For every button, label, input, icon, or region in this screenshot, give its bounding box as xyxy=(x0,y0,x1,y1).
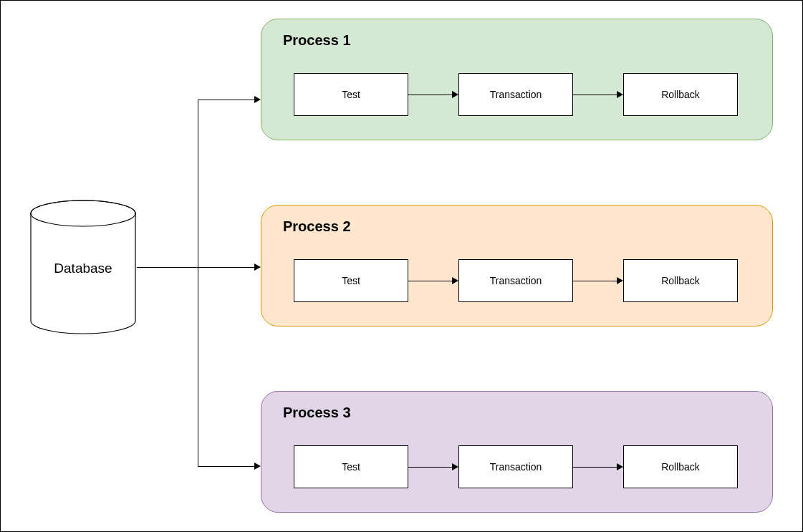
connector-line xyxy=(408,467,452,468)
connector-line xyxy=(198,466,254,467)
step-box: Transaction xyxy=(458,445,573,488)
connector-line xyxy=(198,267,254,268)
arrow-right-icon xyxy=(617,91,623,98)
step-box: Rollback xyxy=(623,259,738,302)
step-box: Rollback xyxy=(623,445,738,488)
connector-line xyxy=(408,95,452,95)
diagram-canvas: Database Process 1TestTransactionRollbac… xyxy=(0,0,803,532)
arrow-right-icon xyxy=(254,463,261,470)
process-title: Process 3 xyxy=(283,405,351,421)
step-box: Rollback xyxy=(623,73,738,116)
process-title: Process 2 xyxy=(283,218,351,235)
arrow-right-icon xyxy=(452,277,458,284)
arrow-right-icon xyxy=(452,91,458,98)
process-1: Process 1TestTransactionRollback xyxy=(261,19,773,140)
database-node: Database xyxy=(29,199,137,335)
step-box: Test xyxy=(294,445,408,488)
step-box: Transaction xyxy=(458,73,573,116)
connector-line xyxy=(137,267,198,268)
arrow-right-icon xyxy=(617,463,623,470)
database-label: Database xyxy=(54,261,112,276)
arrow-right-icon xyxy=(452,463,458,470)
connector-line xyxy=(573,281,617,281)
process-title: Process 1 xyxy=(283,32,351,49)
connector-line xyxy=(573,467,617,468)
process-2: Process 2TestTransactionRollback xyxy=(261,205,773,327)
step-box: Test xyxy=(294,73,408,116)
step-box: Test xyxy=(294,259,408,302)
connector-line xyxy=(573,95,617,95)
arrow-right-icon xyxy=(617,277,623,284)
connector-line xyxy=(198,100,198,466)
step-box: Transaction xyxy=(458,259,573,302)
connector-line xyxy=(408,281,452,281)
process-3: Process 3TestTransactionRollback xyxy=(261,391,773,513)
arrow-right-icon xyxy=(254,96,261,103)
arrow-right-icon xyxy=(254,263,261,271)
connector-line xyxy=(198,100,254,100)
